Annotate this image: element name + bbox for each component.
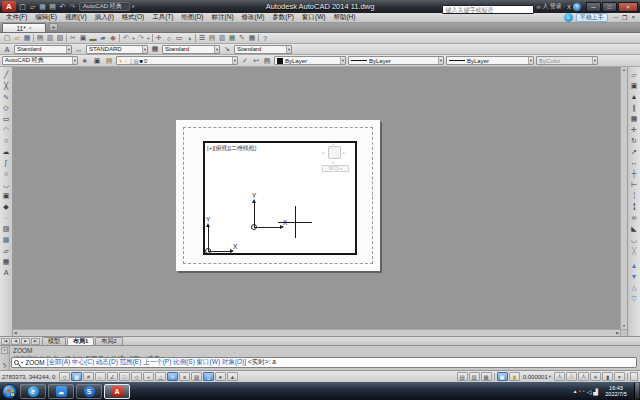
- fillet-icon[interactable]: ◡: [629, 234, 640, 245]
- design-center-icon[interactable]: ▤: [207, 33, 217, 43]
- insert-block-icon[interactable]: ▣: [1, 190, 12, 201]
- region-icon[interactable]: ▱: [1, 245, 12, 256]
- toolbar-lock-icon[interactable]: ▮: [602, 372, 613, 381]
- menu-item[interactable]: 插入(I): [91, 13, 118, 22]
- stretch-icon[interactable]: ↔: [629, 157, 640, 168]
- paste-icon[interactable]: ▬: [88, 33, 98, 43]
- toggle-3d-osnap[interactable]: ◇: [131, 372, 142, 381]
- toggle-annotation-monitor[interactable]: ▲: [227, 372, 238, 381]
- toggle-otrack[interactable]: +: [143, 372, 154, 381]
- start-button[interactable]: [2, 384, 17, 399]
- layer-on-bulb-icon[interactable]: ●: [119, 58, 122, 64]
- send-to-back-icon[interactable]: ▼: [629, 271, 640, 282]
- break-at-point-icon[interactable]: ╎: [629, 190, 640, 201]
- gradient-icon[interactable]: ▩: [1, 234, 12, 245]
- make-block-icon[interactable]: ◆: [1, 201, 12, 212]
- viewcube[interactable]: [328, 146, 341, 159]
- construction-line-icon[interactable]: ╳: [1, 80, 12, 91]
- text-style-icon[interactable]: A: [2, 44, 12, 54]
- properties-icon[interactable]: ☰: [197, 33, 207, 43]
- workspace-settings-icon[interactable]: ∗: [80, 56, 90, 66]
- point-icon[interactable]: ∙: [1, 212, 12, 223]
- show-desktop-button[interactable]: [634, 383, 639, 399]
- close-button[interactable]: ×: [618, 2, 638, 12]
- new-icon[interactable]: ▢: [2, 33, 12, 43]
- cut-icon[interactable]: ✂: [68, 33, 78, 43]
- command-input-line[interactable]: ▾ ZOOM [全部(A) 中心(C) 动态(D) 范围(E) 上一个(P) 比…: [11, 357, 637, 368]
- toggle-ortho[interactable]: ∟: [95, 372, 106, 381]
- vertical-scrollbar[interactable]: ▲▼: [620, 67, 627, 329]
- taskbar-browser-button[interactable]: e: [20, 384, 46, 399]
- workspace-selector[interactable]: AutoCAD 经典 ▾: [79, 2, 130, 11]
- search-binoculars-icon[interactable]: ∞: [536, 2, 540, 11]
- layer-freeze-sun-icon[interactable]: ☼: [123, 58, 128, 64]
- toggle-infer-constraints[interactable]: ◇: [59, 372, 70, 381]
- qat-redo-icon[interactable]: ↷: [68, 1, 77, 12]
- viewport-lock-icon[interactable]: ▮: [509, 372, 520, 381]
- make-object-layer-current-icon[interactable]: ✓: [240, 56, 250, 66]
- ellipse-arc-icon[interactable]: ◡: [1, 179, 12, 190]
- mleader-style-icon[interactable]: ↘: [222, 44, 232, 54]
- qat-open-icon[interactable]: ▱: [28, 1, 37, 12]
- annotation-scale-icon[interactable]: 人: [554, 372, 565, 381]
- menu-item[interactable]: 工具(T): [148, 13, 177, 22]
- tab-layout1[interactable]: 布局1: [67, 337, 94, 345]
- scroll-right-icon[interactable]: ▶: [616, 331, 619, 335]
- quick-view-drawings-button[interactable]: ▦: [481, 372, 492, 381]
- toggle-dynamic-input[interactable]: ✛: [167, 372, 178, 381]
- tray-flag-icon[interactable]: ▪: [578, 388, 580, 395]
- scroll-down-icon[interactable]: ▼: [622, 324, 625, 328]
- status-menu-icon[interactable]: ▾: [614, 372, 625, 381]
- layer-color-swatch[interactable]: ■: [140, 58, 143, 64]
- command-search-icon[interactable]: [14, 360, 19, 365]
- layer-properties-manager-icon[interactable]: ▤: [104, 56, 114, 66]
- layer-plot-icon[interactable]: ▤: [133, 58, 138, 64]
- layer-states-icon[interactable]: ▤: [262, 56, 272, 66]
- layer-name[interactable]: 0: [144, 58, 147, 64]
- search-input[interactable]: [442, 5, 534, 14]
- toggle-osnap[interactable]: □: [119, 372, 130, 381]
- taskbar-cloud-app-button[interactable]: ☁: [48, 384, 74, 399]
- bring-above-icon[interactable]: △: [629, 282, 640, 293]
- file-tab-11[interactable]: 11* ×: [2, 23, 46, 32]
- viewcube-up-icon[interactable]: ▴: [332, 141, 334, 146]
- sheet-set-manager-icon[interactable]: ▦: [227, 33, 237, 43]
- menu-item[interactable]: 窗口(W): [298, 13, 329, 22]
- wcs-dropdown[interactable]: WCS ▾: [322, 165, 349, 172]
- color-combo[interactable]: ByLayer ▾: [274, 56, 346, 65]
- table-style-icon[interactable]: ▦: [150, 44, 160, 54]
- zoom-realtime-icon[interactable]: ○: [164, 33, 174, 43]
- array-icon[interactable]: ▦: [629, 113, 640, 124]
- toggle-quick-properties[interactable]: ▯: [203, 372, 214, 381]
- save-icon[interactable]: ▦: [22, 33, 32, 43]
- coordinate-readout[interactable]: 2783373, 344244, 0: [2, 374, 58, 380]
- trim-icon[interactable]: ┼: [629, 168, 640, 179]
- mleader-style-combo[interactable]: Standard ▾: [234, 45, 292, 54]
- exchange-apps-icon[interactable]: X: [567, 2, 571, 11]
- erase-icon[interactable]: ▱: [629, 69, 640, 80]
- publish-icon[interactable]: ▧: [55, 33, 65, 43]
- polyline-icon[interactable]: ∿: [1, 91, 12, 102]
- menu-item[interactable]: 参数(P): [268, 13, 298, 22]
- new-tab-button[interactable]: +: [49, 23, 58, 31]
- text-style-combo[interactable]: Standard ▾: [14, 45, 72, 54]
- block-editor-icon[interactable]: ◆: [108, 33, 118, 43]
- line-icon[interactable]: ╱: [1, 69, 12, 80]
- menu-item[interactable]: 帮助(H): [329, 13, 359, 22]
- qat-undo-icon[interactable]: ↶: [58, 1, 67, 12]
- tab-layout2[interactable]: 布局2: [95, 337, 122, 345]
- qat-new-icon[interactable]: ▢: [18, 1, 27, 12]
- rotate-icon[interactable]: ↻: [629, 135, 640, 146]
- workspace-switch-icon[interactable]: ∗: [590, 372, 601, 381]
- polygon-icon[interactable]: ◇: [1, 102, 12, 113]
- offset-icon[interactable]: ∥: [629, 102, 640, 113]
- toggle-snap[interactable]: ▦: [71, 372, 82, 381]
- arc-icon[interactable]: ◠: [1, 124, 12, 135]
- circle-icon[interactable]: ○: [1, 135, 12, 146]
- linetype-combo[interactable]: ByLayer ▾: [348, 56, 444, 65]
- taskbar-autocad-button[interactable]: A: [104, 384, 130, 399]
- taskbar-sogou-button[interactable]: S: [76, 384, 102, 399]
- toggle-grid[interactable]: #: [83, 372, 94, 381]
- menu-item[interactable]: 视图(V): [61, 13, 91, 22]
- table-style-combo[interactable]: Standard ▾: [162, 45, 220, 54]
